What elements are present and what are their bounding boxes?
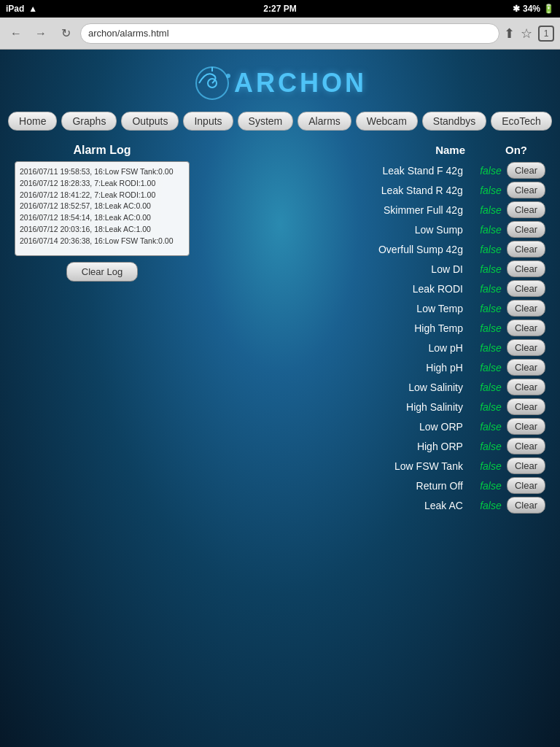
- alarm-row: Return OfffalseClear: [204, 476, 545, 495]
- forward-button[interactable]: →: [31, 23, 51, 44]
- alarm-row: High ORPfalseClear: [204, 436, 545, 456]
- alarm-row: High SalinityfalseClear: [204, 397, 545, 417]
- alarm-name: Low FSW Tank: [204, 460, 475, 472]
- clear-alarm-button[interactable]: Clear: [507, 280, 545, 297]
- bookmark-icon[interactable]: ☆: [521, 26, 532, 42]
- nav-alarms[interactable]: Alarms: [298, 112, 351, 131]
- nav-ecotech[interactable]: EcoTech: [491, 112, 552, 131]
- status-bar: iPad ▲ 2:27 PM ✱ 34% 🔋: [0, 0, 560, 18]
- alarm-status: false: [475, 185, 507, 196]
- clear-alarm-button[interactable]: Clear: [507, 320, 545, 336]
- alarm-status: false: [475, 500, 507, 511]
- nav-bar: Home Graphs Outputs Inputs System Alarms…: [0, 106, 560, 136]
- alarm-name: High Temp: [204, 322, 475, 334]
- back-button[interactable]: ←: [6, 23, 26, 44]
- nav-outputs[interactable]: Outputs: [121, 112, 179, 131]
- clear-alarm-button[interactable]: Clear: [507, 418, 545, 435]
- alarm-status: false: [475, 263, 507, 275]
- clear-alarm-button[interactable]: Clear: [507, 398, 545, 415]
- clear-alarm-button[interactable]: Clear: [507, 359, 545, 376]
- alarm-status: false: [475, 224, 507, 236]
- url-text: archon/alarms.html: [88, 28, 169, 39]
- browser-chrome: ← → ↻ archon/alarms.html ⬆ ☆ 1: [0, 18, 560, 50]
- alarm-name: High pH: [204, 362, 475, 374]
- clear-log-button[interactable]: Clear Log: [66, 262, 138, 282]
- clear-alarm-button[interactable]: Clear: [507, 457, 545, 474]
- clear-alarm-button[interactable]: Clear: [507, 497, 545, 514]
- alarm-name: High Salinity: [204, 401, 475, 413]
- alarm-name: High ORP: [204, 441, 475, 452]
- alarm-status: false: [475, 303, 507, 314]
- carrier-label: iPad: [6, 4, 24, 14]
- content-area: Alarm Log 2016/07/11 19:58:53, 16:Low FS…: [0, 136, 560, 522]
- share-icon[interactable]: ⬆: [504, 26, 515, 42]
- alarm-status: false: [475, 421, 507, 433]
- alarm-row: Low FSW TankfalseClear: [204, 456, 545, 476]
- address-bar[interactable]: archon/alarms.html: [80, 23, 499, 44]
- alarm-name: Low Temp: [204, 303, 475, 314]
- alarm-row: Low DIfalseClear: [204, 259, 545, 279]
- bluetooth-icon: ✱: [513, 4, 520, 14]
- alarm-row: Low pHfalseClear: [204, 338, 545, 357]
- alarm-row: Leak Stand F 42gfalseClear: [204, 160, 545, 180]
- alarm-row: Leak Stand R 42gfalseClear: [204, 180, 545, 200]
- alarm-name: Low Salinity: [204, 382, 475, 393]
- alarm-name: Low DI: [204, 263, 475, 275]
- nav-system[interactable]: System: [238, 112, 294, 131]
- alarm-name: Overfull Sump 42g: [204, 244, 475, 255]
- alarm-status: false: [475, 244, 507, 255]
- alarm-row: Overfull Sump 42gfalseClear: [204, 239, 545, 259]
- clear-alarm-button[interactable]: Clear: [507, 221, 545, 238]
- alarm-row: Leak ACfalseClear: [204, 495, 545, 515]
- alarm-status: false: [475, 342, 507, 354]
- battery-level: 34%: [523, 4, 540, 14]
- alarm-status: false: [475, 362, 507, 374]
- clear-alarm-button[interactable]: Clear: [507, 162, 545, 179]
- alarm-name: Skimmer Full 42g: [204, 204, 475, 216]
- clear-alarm-button[interactable]: Clear: [507, 477, 545, 494]
- clear-alarm-button[interactable]: Clear: [507, 379, 545, 395]
- logo-icon: [193, 64, 231, 102]
- alarm-row: Low SumpfalseClear: [204, 220, 545, 239]
- alarm-name: Low pH: [204, 342, 475, 354]
- alarm-log-box: 2016/07/11 19:58:53, 16:Low FSW Tank:0.0…: [15, 161, 190, 256]
- alarm-name: Low Sump: [204, 224, 475, 236]
- nav-home[interactable]: Home: [8, 112, 57, 131]
- alarms-header: Name On?: [204, 144, 545, 160]
- clear-alarm-button[interactable]: Clear: [507, 241, 545, 258]
- clear-alarm-button[interactable]: Clear: [507, 300, 545, 317]
- clear-alarm-button[interactable]: Clear: [507, 201, 545, 218]
- nav-inputs[interactable]: Inputs: [183, 112, 233, 131]
- alarm-name: Leak Stand R 42g: [204, 185, 475, 196]
- alarm-name: Low ORP: [204, 421, 475, 433]
- nav-webcam[interactable]: Webcam: [356, 112, 418, 131]
- reload-button[interactable]: ↻: [55, 23, 76, 44]
- alarm-rows-container: Leak Stand F 42gfalseClearLeak Stand R 4…: [204, 160, 545, 515]
- alarm-log-title: Alarm Log: [15, 144, 190, 157]
- clear-alarm-button[interactable]: Clear: [507, 182, 545, 198]
- nav-standbys[interactable]: Standbys: [422, 112, 486, 131]
- log-entry-4: 2016/07/12 18:52:57, 18:Leak AC:0.00: [20, 201, 184, 212]
- alarm-status: false: [475, 480, 507, 492]
- clear-alarm-button[interactable]: Clear: [507, 438, 545, 454]
- alarm-log-section: Alarm Log 2016/07/11 19:58:53, 16:Low FS…: [15, 144, 190, 282]
- log-entry-6: 2016/07/12 20:03:16, 18:Leak AC:1.00: [20, 224, 184, 236]
- alarm-row: High pHfalseClear: [204, 357, 545, 377]
- battery-icon: 🔋: [543, 4, 554, 14]
- main-content: ARCHON Home Graphs Outputs Inputs System…: [0, 50, 560, 544]
- alarms-section: Name On? Leak Stand F 42gfalseClearLeak …: [204, 144, 545, 515]
- alarm-name: Leak Stand F 42g: [204, 165, 475, 177]
- clear-alarm-button[interactable]: Clear: [507, 260, 545, 277]
- alarm-row: Leak RODIfalseClear: [204, 279, 545, 298]
- alarm-status: false: [475, 460, 507, 472]
- alarm-status: false: [475, 204, 507, 216]
- time-display: 2:27 PM: [263, 4, 296, 14]
- alarm-row: Low SalinityfalseClear: [204, 377, 545, 397]
- logo-text: ARCHON: [234, 68, 367, 98]
- tab-count-badge[interactable]: 1: [538, 26, 554, 42]
- clear-alarm-button[interactable]: Clear: [507, 339, 545, 356]
- nav-graphs[interactable]: Graphs: [61, 112, 117, 131]
- alarm-status: false: [475, 382, 507, 393]
- log-entry-1: 2016/07/11 19:58:53, 16:Low FSW Tank:0.0…: [20, 166, 184, 178]
- alarm-status: false: [475, 441, 507, 452]
